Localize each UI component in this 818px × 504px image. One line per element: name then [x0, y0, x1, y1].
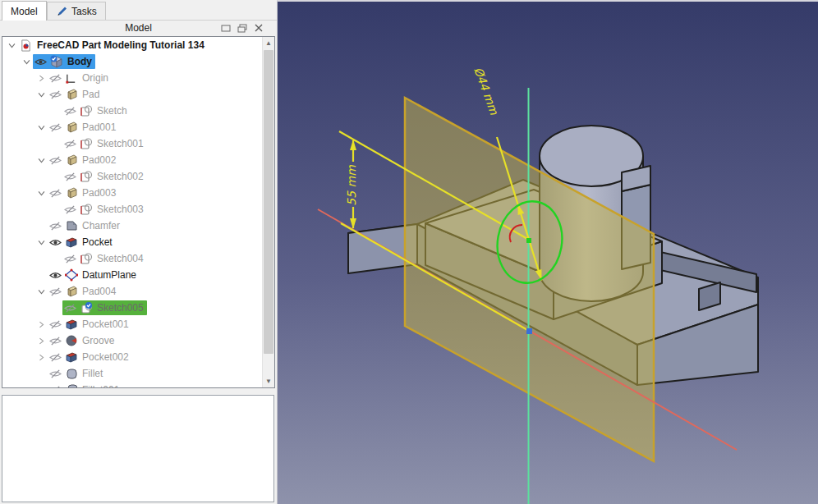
chevron-down-icon[interactable] — [35, 153, 48, 167]
tree-item-content[interactable]: Pad001 — [48, 120, 119, 135]
chevron-spacer — [50, 301, 62, 314]
tree-item-sketch002[interactable]: Sketch002 — [2, 168, 263, 185]
tree-item-label: Sketch002 — [97, 171, 144, 182]
eye-hidden-icon[interactable] — [48, 88, 62, 101]
tree-item-content[interactable]: Pocket002 — [48, 350, 132, 364]
chevron-down-icon[interactable] — [35, 236, 48, 249]
tree-item-pad[interactable]: Pad — [2, 86, 263, 103]
sketch-icon — [79, 104, 93, 117]
tree-item-content[interactable]: FreeCAD Part Modeling Tutorial 134 — [18, 38, 208, 53]
tree-item-pad003[interactable]: Pad003 — [2, 185, 263, 201]
tree-item-sketch001[interactable]: Sketch001 — [2, 135, 263, 152]
tab-model[interactable]: Model — [2, 1, 47, 21]
tree-item-content[interactable]: Sketch001 — [62, 136, 147, 151]
eye-hidden-icon[interactable] — [48, 219, 62, 232]
eye-hidden-icon[interactable] — [63, 104, 77, 117]
sketch-check-icon — [79, 301, 93, 314]
3d-viewport[interactable]: 55 mm Ø44 mm — [277, 0, 818, 504]
scroll-up-arrow[interactable]: ▲ — [263, 37, 274, 49]
tree-item-content[interactable]: Sketch004 — [62, 251, 147, 266]
tree-item-content[interactable]: Sketch002 — [62, 169, 147, 184]
chevron-down-icon[interactable] — [35, 186, 48, 199]
tree-item-content[interactable]: Sketch005 — [62, 300, 147, 315]
tree-item-pocket002[interactable]: Pocket002 — [2, 349, 263, 365]
eye-hidden-icon[interactable] — [48, 186, 62, 199]
tree-item-sketch004[interactable]: Sketch004 — [2, 250, 263, 267]
tree-item-sketch[interactable]: Sketch — [2, 103, 263, 119]
eye-hidden-icon[interactable] — [63, 170, 77, 183]
tree-item-sketch003[interactable]: Sketch003 — [2, 201, 263, 218]
tree-item-label: Groove — [82, 335, 114, 346]
tree-item-content[interactable]: Pad002 — [48, 153, 119, 167]
chevron-down-icon[interactable] — [21, 55, 33, 68]
tree-item-content[interactable]: Origin — [48, 71, 112, 85]
panel-undock-button[interactable] — [236, 22, 249, 34]
tree-item-pad001[interactable]: Pad001 — [2, 119, 263, 135]
tree-item-label: Fillet — [82, 368, 103, 379]
chevron-down-icon[interactable] — [35, 88, 48, 101]
tab-model-label: Model — [11, 6, 38, 17]
chevron-down-icon[interactable] — [35, 285, 48, 298]
tree-item-chamfer[interactable]: Chamfer — [2, 218, 263, 234]
tree-item-label: Sketch — [97, 105, 127, 117]
tree-item-content[interactable]: Sketch003 — [62, 202, 147, 217]
eye-hidden-icon[interactable] — [48, 121, 62, 134]
tree-item-content[interactable]: Pad004 — [48, 284, 119, 299]
tree-item-fillet001[interactable]: Fillet001 — [2, 382, 263, 388]
sketch-origin-point[interactable] — [526, 328, 532, 334]
eye-hidden-icon[interactable] — [48, 318, 62, 331]
eye-hidden-icon[interactable] — [63, 301, 77, 314]
tree-item-pad004[interactable]: Pad004 — [2, 283, 263, 300]
tree-item-content[interactable]: Pocket001 — [48, 317, 132, 332]
eye-hidden-icon[interactable] — [48, 71, 62, 85]
chevron-down-icon[interactable] — [35, 121, 48, 134]
panel-float-button[interactable] — [219, 22, 232, 34]
tree-item-content[interactable]: Chamfer — [48, 218, 123, 233]
tree-item-fillet[interactable]: Fillet — [2, 365, 263, 382]
chevron-right-icon[interactable] — [35, 334, 48, 347]
tree-item-body[interactable]: Body — [2, 53, 263, 70]
tree-item-content[interactable]: Body — [33, 54, 95, 69]
tree-item-content[interactable]: Fillet001 — [48, 383, 122, 388]
tree-item-pocket001[interactable]: Pocket001 — [2, 316, 263, 332]
tree-item-content[interactable]: Fillet — [48, 366, 106, 381]
tree-item-content[interactable]: Pad — [48, 87, 103, 102]
chevron-down-icon[interactable] — [6, 39, 18, 52]
tree-item-content[interactable]: Groove — [48, 333, 117, 348]
tree-item-freecad-part-modeling-tutorial-134[interactable]: FreeCAD Part Modeling Tutorial 134 — [2, 37, 263, 53]
tree-item-content[interactable]: Pad003 — [48, 186, 119, 200]
eye-hidden-icon[interactable] — [48, 334, 62, 347]
eye-hidden-icon[interactable] — [48, 351, 62, 364]
eye-hidden-icon[interactable] — [63, 137, 77, 150]
scroll-down-arrow[interactable]: ▼ — [263, 375, 274, 387]
tree-item-pocket[interactable]: Pocket — [2, 234, 263, 250]
tree-item-groove[interactable]: Groove — [2, 332, 263, 349]
tree-scrollbar[interactable]: ▲ ▼ — [262, 37, 274, 387]
eye-visible-icon[interactable] — [48, 236, 62, 249]
eye-hidden-icon[interactable] — [48, 383, 62, 388]
tree-item-content[interactable]: Pocket — [48, 235, 116, 250]
eye-hidden-icon[interactable] — [48, 153, 62, 167]
tree-item-content[interactable]: Sketch — [62, 103, 131, 118]
chevron-right-icon[interactable] — [35, 71, 48, 85]
tree-item-content[interactable]: DatumPlane — [48, 268, 140, 282]
tree-item-datumplane[interactable]: DatumPlane — [2, 267, 263, 283]
circle-center-point[interactable] — [526, 238, 531, 243]
tree-item-pad002[interactable]: Pad002 — [2, 152, 263, 168]
chevron-right-icon[interactable] — [35, 351, 48, 364]
panel-close-button[interactable] — [252, 22, 265, 34]
chevron-spacer — [50, 252, 62, 265]
eye-hidden-icon[interactable] — [48, 367, 62, 380]
scrollbar-thumb[interactable] — [264, 50, 273, 354]
tree-item-origin[interactable]: Origin — [2, 70, 263, 86]
eye-hidden-icon[interactable] — [63, 203, 77, 216]
chevron-right-icon[interactable] — [35, 318, 48, 331]
tree-item-label: Sketch004 — [97, 253, 144, 264]
eye-hidden-icon[interactable] — [63, 252, 77, 265]
eye-visible-icon[interactable] — [34, 55, 48, 68]
eye-visible-icon[interactable] — [48, 268, 62, 282]
dimension-55mm-label[interactable]: 55 mm — [345, 165, 358, 206]
tab-tasks[interactable]: Tasks — [47, 2, 106, 20]
tree-item-sketch005[interactable]: Sketch005 — [2, 300, 263, 316]
eye-hidden-icon[interactable] — [48, 285, 62, 298]
